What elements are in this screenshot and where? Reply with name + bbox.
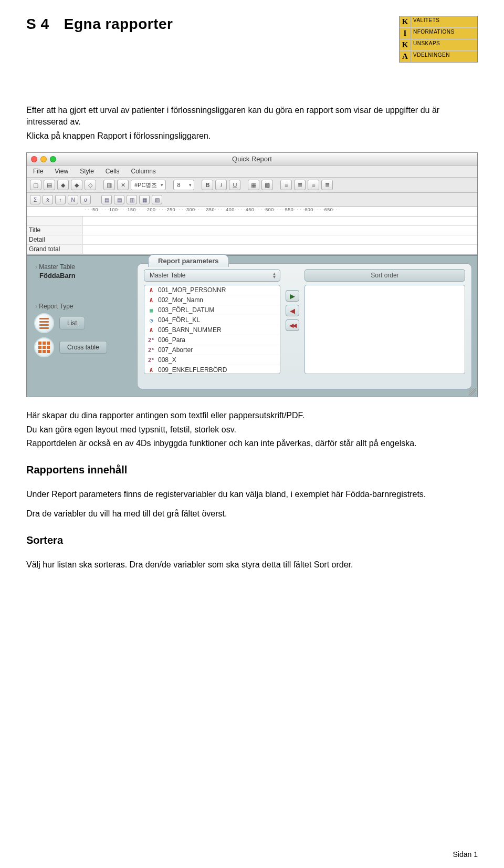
- intro-paragraph: Efter att ha gjort ett urval av patiente…: [26, 105, 478, 128]
- close-icon[interactable]: [31, 156, 37, 162]
- paragraph: Du kan göra egen layout med typsnitt, fe…: [26, 424, 478, 436]
- new-doc-icon[interactable]: ▢: [30, 180, 41, 190]
- report-type-label: › Report Type: [35, 303, 132, 310]
- zoom-icon[interactable]: [50, 156, 56, 162]
- list-type-icon[interactable]: [34, 313, 54, 333]
- field-name: 003_FÖRL_DATUM: [158, 306, 214, 314]
- font-size-select[interactable]: 8: [173, 180, 194, 190]
- parameters-tab: Report parameters: [148, 254, 229, 267]
- intro-paragraph: Klicka på knappen Rapport i förlossnings…: [26, 130, 478, 142]
- font-family-select[interactable]: #PC명조: [131, 180, 166, 190]
- save-icon[interactable]: ◆: [71, 180, 82, 190]
- grid-cell[interactable]: [82, 245, 477, 254]
- margins-icon[interactable]: ▦: [139, 195, 150, 204]
- field-list[interactable]: A001_MOR_PERSONNR A002_Mor_Namn ▦003_FÖR…: [144, 285, 280, 374]
- window-titlebar: Quick Report: [27, 153, 477, 166]
- number-field-icon: 2⁶: [148, 356, 155, 364]
- mean-icon[interactable]: x̄: [43, 195, 53, 204]
- grid-row-label: Detail: [27, 235, 82, 244]
- master-table-value: FöddaBarn: [39, 272, 132, 280]
- wizard-icon[interactable]: ◆: [57, 180, 69, 190]
- minimize-icon[interactable]: [40, 156, 47, 162]
- section-heading: Sortera: [26, 534, 478, 546]
- align-left-icon[interactable]: ≡: [280, 180, 292, 190]
- menu-cells[interactable]: Cells: [106, 168, 120, 175]
- move-right-button[interactable]: ▶: [286, 290, 299, 302]
- section-heading: Rapportens innehåll: [26, 464, 478, 476]
- field-name: 001_MOR_PERSONNR: [158, 286, 226, 294]
- field-name: 007_Aborter: [158, 346, 193, 354]
- list-item: A002_Mor_Namn: [144, 295, 280, 305]
- open-icon[interactable]: ▤: [44, 180, 55, 190]
- crosstable-type-button[interactable]: Cross table: [59, 341, 107, 354]
- preview-icon[interactable]: ▧: [152, 195, 162, 204]
- grid-row-label: Grand total: [27, 245, 82, 254]
- quick-report-window: Quick Report File View Style Cells Colum…: [26, 152, 478, 397]
- toolbar-secondary: Σ x̄ ↑ N σ ▤ ▤ ▥ ▦ ▧: [27, 193, 477, 207]
- field-name: 004_FÖRL_KL: [158, 316, 200, 324]
- header-icon[interactable]: ▤: [101, 195, 112, 204]
- bold-icon[interactable]: B: [202, 180, 213, 190]
- crosstable-type-icon[interactable]: [34, 337, 54, 357]
- count-icon[interactable]: N: [68, 195, 78, 204]
- stddev-icon[interactable]: σ: [80, 195, 91, 204]
- page-title: S 4 Egna rapporter: [26, 16, 173, 33]
- grid-detail-row: Detail: [27, 235, 477, 245]
- move-all-left-button[interactable]: ◀◀: [286, 319, 299, 331]
- field-name: 006_Para: [158, 336, 185, 344]
- text-field-icon: A: [148, 366, 155, 374]
- section-number: S 4: [26, 16, 49, 32]
- list-item: ◷004_FÖRL_KL: [144, 315, 280, 325]
- list-item: 2⁶008_X: [144, 355, 280, 365]
- menu-style[interactable]: Style: [80, 168, 94, 175]
- master-table-combo[interactable]: Master Table ▴▾: [144, 269, 280, 282]
- menu-columns[interactable]: Columns: [131, 168, 156, 175]
- ruler: · · ·50· · · ·100·· · ·150· · · ·200· · …: [27, 207, 477, 216]
- italic-icon[interactable]: I: [215, 180, 227, 190]
- intro-text: Efter att ha gjort ett urval av patiente…: [26, 105, 478, 142]
- align-right-icon[interactable]: ≡: [308, 180, 319, 190]
- report-grid: Title Detail Grand total: [27, 216, 477, 255]
- chevron-updown-icon: ▴▾: [273, 272, 276, 278]
- underline-icon[interactable]: U: [229, 180, 240, 190]
- field-name: 008_X: [158, 356, 176, 364]
- logo-word: VALITETS: [411, 16, 477, 27]
- footer-icon[interactable]: ▤: [114, 195, 124, 204]
- master-table-label: › Master Table: [35, 263, 132, 271]
- title-text: Egna rapporter: [64, 16, 173, 32]
- logo-letter: A: [400, 51, 411, 62]
- list-item: A005_BARN_NUMMER: [144, 325, 280, 335]
- paragraph: Välj hur listan ska sorteras. Dra den/de…: [26, 559, 478, 571]
- print-icon[interactable]: ◇: [85, 180, 96, 190]
- delete-icon[interactable]: ✕: [117, 180, 129, 190]
- align-justify-icon[interactable]: ≣: [321, 180, 333, 190]
- max-icon[interactable]: ↑: [55, 195, 66, 204]
- logo-word: VDELNINGEN: [411, 51, 477, 62]
- list-item: A009_ENKELFLERBÖRD: [144, 365, 280, 374]
- report-parameters-panel: Report parameters Master Table ▴▾ A001_M…: [137, 263, 472, 389]
- lower-panel: › Master Table FöddaBarn › Report Type L…: [27, 255, 477, 397]
- list-item: ▦003_FÖRL_DATUM: [144, 305, 280, 315]
- layout-icon[interactable]: ▥: [103, 180, 115, 190]
- toolbar-primary: ▢ ▤ ◆ ◆ ◇ ▥ ✕ #PC명조 8 B I U ▦ ▩ ≡ ≣ ≡: [27, 178, 477, 193]
- list-type-button[interactable]: List: [59, 317, 85, 329]
- align-center-icon[interactable]: ≣: [294, 180, 306, 190]
- body-text: Här skapar du dina rapporter antingen so…: [26, 410, 478, 449]
- sum-icon[interactable]: Σ: [30, 195, 40, 204]
- sort-order-header: Sort order: [304, 269, 465, 282]
- section-body: Välj hur listan ska sorteras. Dra den/de…: [26, 559, 478, 571]
- list-item: 2⁶007_Aborter: [144, 345, 280, 355]
- fill-color-icon[interactable]: ▦: [248, 180, 259, 190]
- resize-grip-icon[interactable]: [469, 388, 476, 396]
- grid-cell[interactable]: [82, 226, 477, 235]
- page-icon[interactable]: ▥: [127, 195, 137, 204]
- logo-word: UNSKAPS: [411, 39, 477, 50]
- menu-file[interactable]: File: [33, 168, 43, 175]
- logo-word: NFORMATIONS: [411, 28, 477, 39]
- border-icon[interactable]: ▩: [261, 180, 273, 190]
- date-field-icon: ▦: [148, 306, 155, 314]
- sort-order-list[interactable]: [304, 285, 465, 374]
- move-left-button[interactable]: ◀: [286, 305, 299, 316]
- grid-cell[interactable]: [82, 235, 477, 244]
- menu-view[interactable]: View: [55, 168, 68, 175]
